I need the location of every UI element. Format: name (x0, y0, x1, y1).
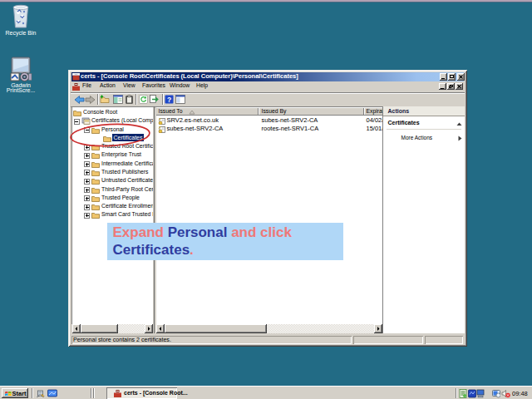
svg-text:?: ? (167, 96, 171, 104)
